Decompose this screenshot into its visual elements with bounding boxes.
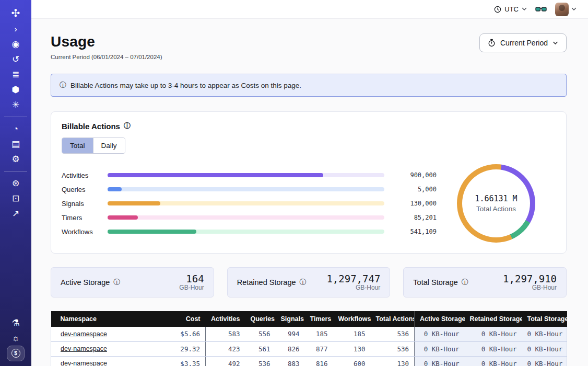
cell-activities: 492 [206, 356, 245, 366]
table-row: dev-namespace $5.66 583 556 994 185 185 … [51, 327, 567, 341]
bar-label: Workflows [62, 228, 101, 236]
storage-label-text: Active Storage [61, 278, 110, 287]
info-icon: ⓘ [300, 278, 307, 287]
cell-signals: 826 [276, 341, 305, 356]
active-storage-card: Active Storage ⓘ 164 GB-Hour [51, 267, 214, 298]
labs-glyph: ⚗ [11, 317, 19, 328]
dollar-coin-icon: $ [11, 349, 20, 358]
batch-operations-icon[interactable]: ✳ [6, 98, 25, 111]
tab-total[interactable]: Total [62, 138, 93, 153]
bar-row-timers: Timers 85,201 [62, 211, 437, 225]
main-content: Usage Current Period (06/01/2024 – 07/01… [31, 19, 588, 366]
cell-queries: 536 [245, 356, 276, 366]
getting-started-icon[interactable]: ↗ [6, 207, 25, 220]
deployments-icon[interactable]: ⬢ [6, 83, 25, 96]
bar-row-signals: Signals 130,000 [62, 197, 437, 211]
usage-icon[interactable]: ◔ [6, 122, 25, 135]
total-storage-card: Total Storage ⓘ 1,297,910 GB-Hour [403, 267, 567, 298]
topbar: UTC [31, 0, 588, 19]
batch-glyph: ✳ [12, 99, 19, 110]
labs-icon[interactable]: ⚗ [6, 316, 25, 329]
bar-row-workflows: Workflows 541,109 [62, 225, 437, 239]
bar-fill [108, 187, 122, 191]
bar-fill [108, 173, 323, 177]
bar-fill [108, 230, 196, 234]
cell-total-actions: 536 [371, 341, 415, 356]
support-icon[interactable]: ⊛ [6, 177, 25, 190]
cell-timers: 816 [305, 356, 333, 366]
cell-cost: 29.32 [156, 341, 206, 356]
cell-active-storage: 0 KB-Hour [415, 356, 465, 366]
cell-queries: 556 [245, 327, 276, 341]
feedback-icon[interactable]: ⊡ [6, 192, 25, 205]
info-banner: ⓘ Billable Actions may take up to 3-4 ho… [51, 74, 567, 97]
account-menu[interactable] [555, 3, 577, 16]
total-storage-label: Total Storage ⓘ [413, 278, 468, 287]
billing-icon[interactable]: ▤ [6, 138, 25, 151]
cell-retained-storage: 0 KB-Hour [465, 341, 522, 356]
col-total-storage: Total Storage [522, 311, 567, 327]
bar-chart: Activities 900,000 Queries 5,000 Signals… [62, 168, 437, 239]
theme-icon[interactable]: ☼ [6, 331, 25, 345]
layers-icon[interactable]: ≣ [6, 68, 25, 81]
usage-glyph: ◔ [13, 124, 18, 134]
active-storage-value: 164 [179, 273, 204, 284]
storage-unit: GB-Hour [503, 284, 557, 291]
namespace-usage-table: Namespace Cost Activities Queries Signal… [51, 311, 567, 366]
namespaces-icon[interactable]: ◉ [6, 38, 25, 51]
schedules-glyph: ↺ [12, 54, 19, 65]
cell-total-actions: 130 [371, 356, 415, 366]
avatar [555, 3, 569, 16]
cell-activities: 423 [206, 341, 245, 356]
collapse-chevron-icon[interactable]: › [6, 22, 25, 36]
table-row: dev-namespace $3.35 492 536 883 816 600 … [51, 356, 567, 366]
bar-track [108, 187, 384, 191]
pricing-icon[interactable]: $ [6, 347, 25, 360]
info-icon: ⓘ [124, 121, 131, 131]
bar-label: Signals [62, 200, 101, 208]
storage-unit: GB-Hour [179, 284, 204, 291]
cell-active-storage: 0 KB-Hour [415, 341, 465, 356]
table-header-row: Namespace Cost Activities Queries Signal… [51, 311, 567, 327]
total-storage-value: 1,297,910 [503, 273, 557, 284]
bar-value: 541,109 [391, 228, 437, 235]
theme-glyph: ☼ [11, 333, 20, 344]
namespace-link[interactable]: dev-namespace [61, 330, 107, 338]
retained-storage-label: Retained Storage ⓘ [237, 278, 307, 287]
donut-center: 1.66131 M Total Actions [462, 169, 530, 237]
clock-icon [494, 6, 501, 13]
donut-chart-box: 1.66131 M Total Actions [437, 164, 556, 243]
temporal-logo: ✣ [6, 6, 25, 19]
retained-storage-value: 1,297,747 [326, 273, 380, 284]
glasses-icon[interactable] [535, 6, 547, 13]
bar-value: 130,000 [391, 200, 437, 207]
chevron-down-icon [522, 7, 527, 11]
total-actions-value: 1.66131 M [475, 194, 517, 203]
cell-timers: 185 [305, 327, 333, 341]
col-activities: Activities [206, 311, 245, 327]
bar-row-activities: Activities 900,000 [62, 168, 437, 182]
chevron-down-icon [552, 41, 558, 45]
support-glyph: ⊛ [12, 178, 19, 189]
settings-icon[interactable]: ⚙ [6, 153, 25, 166]
cell-signals: 994 [276, 327, 305, 341]
total-actions-label: Total Actions [476, 205, 516, 213]
timezone-selector[interactable]: UTC [494, 5, 527, 13]
col-timers: Timers [305, 311, 333, 327]
cell-workflows: 600 [333, 356, 371, 366]
period-dropdown-button[interactable]: Current Period [479, 33, 567, 52]
bar-row-queries: Queries 5,000 [62, 182, 437, 197]
tab-daily[interactable]: Daily [93, 138, 125, 153]
pricing-active-badge: $ [7, 346, 25, 361]
retained-storage-card: Retained Storage ⓘ 1,297,747 GB-Hour [227, 267, 391, 298]
namespace-link[interactable]: dev-namespace [61, 345, 107, 352]
app-root: ✣ › ◉ ↺ ≣ ⬢ ✳ ◔ ▤ ⚙ ⊛ ⊡ ↗ ⚗ ☼ $ UTC [0, 0, 588, 366]
bar-track [108, 215, 384, 220]
schedules-icon[interactable]: ↺ [6, 53, 25, 66]
info-icon: ⓘ [60, 81, 66, 90]
bar-value: 85,201 [391, 214, 437, 221]
namespace-link[interactable]: dev-namespace [61, 360, 107, 366]
bar-label: Activities [62, 171, 101, 179]
info-banner-text: Billable Actions may take up to 3-4 hour… [70, 82, 301, 89]
stopwatch-icon [488, 39, 496, 47]
